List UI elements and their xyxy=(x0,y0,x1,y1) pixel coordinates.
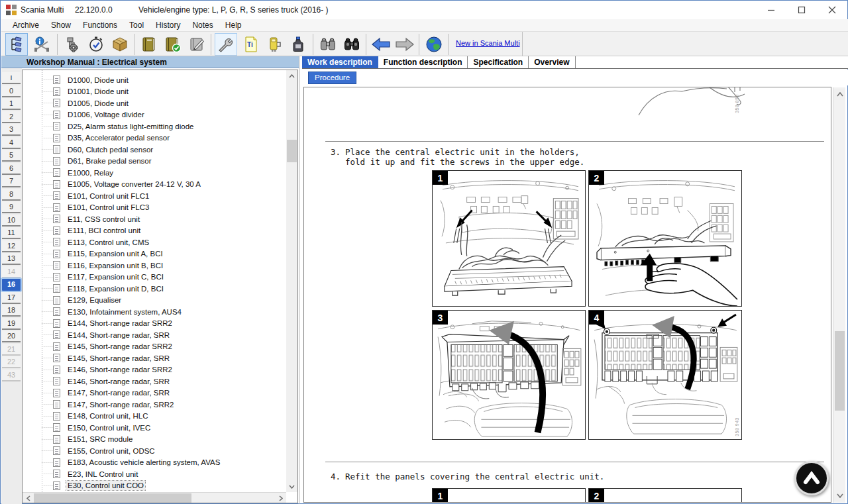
index-button[interactable]: 3 xyxy=(2,124,21,136)
index-button[interactable]: 13 xyxy=(2,253,21,265)
ti-document-icon[interactable]: Ti xyxy=(240,33,262,56)
index-button[interactable]: 18 xyxy=(2,305,21,317)
tree-item[interactable]: E146, Short-range radar, SRR xyxy=(23,376,274,387)
index-button[interactable]: 7 xyxy=(2,176,21,187)
notes-book-icon[interactable] xyxy=(186,33,208,56)
content-scroll-down-icon[interactable] xyxy=(834,490,845,501)
index-button[interactable]: 8 xyxy=(2,189,21,201)
tree-item[interactable]: E23, INL Control unit xyxy=(23,468,274,480)
chassis-info-icon[interactable] xyxy=(30,33,53,56)
tree-item[interactable]: E150, Control unit, IVEC xyxy=(23,422,274,434)
tab[interactable]: Function description xyxy=(378,56,468,68)
engine-parts-icon[interactable] xyxy=(61,33,83,56)
tree-item[interactable]: E11, CSS control unit xyxy=(23,213,274,225)
index-button[interactable]: 22 xyxy=(2,356,21,368)
menu-item[interactable]: Help xyxy=(219,19,248,31)
tree-scroll-left-icon[interactable] xyxy=(23,493,34,503)
tree-item[interactable]: E155, Control unit, ODSC xyxy=(23,445,274,457)
new-in-scania-multi-link[interactable]: New in Scania Multi xyxy=(456,39,520,47)
navigation-tree-icon[interactable] xyxy=(5,33,28,56)
package-icon[interactable] xyxy=(109,33,131,56)
tree-hscrollbar[interactable] xyxy=(23,492,286,503)
tree-item[interactable]: D25, Alarm status light-emitting diode xyxy=(23,121,274,132)
tree-item[interactable]: E30, Control unit COO xyxy=(23,480,274,492)
standard-times-icon[interactable] xyxy=(85,33,107,56)
tree-item[interactable]: E146, Short-range radar SRR2 xyxy=(23,364,274,376)
index-button[interactable]: 19 xyxy=(2,318,21,330)
tree-item[interactable]: E144, Short-range radar, SRR xyxy=(23,329,274,341)
index-button[interactable]: 1 xyxy=(2,98,21,110)
tab-procedure[interactable]: Procedure xyxy=(308,72,356,84)
index-button[interactable]: 2 xyxy=(2,111,21,123)
tree-item[interactable]: E129, Equaliser xyxy=(23,295,274,307)
manual-checked-icon[interactable] xyxy=(162,33,184,56)
menu-item[interactable]: Notes xyxy=(186,19,219,31)
back-arrow-icon[interactable] xyxy=(370,33,392,56)
search-binoculars-icon[interactable] xyxy=(317,33,339,56)
minimize-button[interactable] xyxy=(756,1,786,19)
tree-item[interactable]: E130, Infotainment system, AUS4 xyxy=(23,306,274,318)
forward-arrow-icon[interactable] xyxy=(394,33,416,56)
index-button[interactable]: 4 xyxy=(2,137,21,149)
tree-item[interactable]: E147, Short-range radar, SRR2 xyxy=(23,399,274,411)
globe-icon[interactable] xyxy=(423,33,445,56)
index-button[interactable]: 10 xyxy=(2,215,21,227)
tree-hscroll-thumb[interactable] xyxy=(34,493,191,503)
index-button[interactable]: 11 xyxy=(2,227,21,239)
tree-item[interactable]: D60, Clutch pedal sensor xyxy=(23,144,274,156)
tree-scroll-up-icon[interactable] xyxy=(286,70,297,81)
tree-item[interactable]: D1001, Diode unit xyxy=(23,86,274,98)
tree-item[interactable]: E101, Control unit FLC1 xyxy=(23,190,274,202)
menu-item[interactable]: Functions xyxy=(77,19,123,31)
tree-item[interactable]: E111, BCI control unit xyxy=(23,225,274,237)
index-button[interactable]: 14 xyxy=(2,266,21,278)
tree-item[interactable]: E151, SRC module xyxy=(23,434,274,446)
tree-item[interactable]: D35, Accelerator pedal sensor xyxy=(23,132,274,144)
content-scroll-up-icon[interactable] xyxy=(834,89,845,100)
index-button[interactable]: 43 xyxy=(2,370,21,381)
scroll-to-top-button[interactable] xyxy=(794,461,829,495)
content-vscrollbar[interactable] xyxy=(833,87,845,503)
tree-item[interactable]: E147, Short-range radar, SRR xyxy=(23,387,274,399)
search-results-binoculars-icon[interactable] xyxy=(341,33,363,56)
tree-item[interactable]: E145, Short-range radar, SRR xyxy=(23,352,274,364)
tree-item[interactable]: E1000, Relay xyxy=(23,167,274,179)
menu-item[interactable]: Show xyxy=(45,19,77,31)
menu-item[interactable]: Archive xyxy=(7,19,45,31)
close-button[interactable] xyxy=(817,1,847,19)
tree-item[interactable]: E117, Expansion unit C, BCI xyxy=(23,272,274,283)
tree-item[interactable]: E145, Short-range radar SRR2 xyxy=(23,341,274,353)
index-button[interactable]: 6 xyxy=(2,163,21,175)
index-button[interactable]: i xyxy=(2,72,21,84)
index-button[interactable]: 16 xyxy=(2,279,21,291)
tree-item[interactable]: E115, Expansion unit A, BCI xyxy=(23,248,274,260)
tab[interactable]: Overview xyxy=(529,56,575,68)
tree-item[interactable]: E113, Control unit, CMS xyxy=(23,236,274,248)
oil-bottle-icon[interactable] xyxy=(288,33,310,56)
tree-scroll-down-icon[interactable] xyxy=(286,481,297,492)
index-button[interactable]: 20 xyxy=(2,330,21,342)
index-button[interactable]: 9 xyxy=(2,201,21,213)
tree-vscroll-thumb[interactable] xyxy=(287,140,297,162)
index-button[interactable]: 21 xyxy=(2,344,21,356)
menu-item[interactable]: History xyxy=(150,19,186,31)
tree-item[interactable]: D1006, Voltage divider xyxy=(23,109,274,121)
content-vscroll-thumb[interactable] xyxy=(835,331,845,411)
index-button[interactable]: 5 xyxy=(2,150,21,162)
tab[interactable]: Specification xyxy=(468,56,529,68)
tree-item[interactable]: D1005, Diode unit xyxy=(23,97,274,109)
index-button[interactable]: 17 xyxy=(2,292,21,304)
component-icon[interactable] xyxy=(264,33,286,56)
tree-item[interactable]: E116, Expansion unit B, BCI xyxy=(23,260,274,272)
tree-item[interactable]: E101, Control unit FLC3 xyxy=(23,202,274,214)
workshop-wrench-icon[interactable] xyxy=(215,33,237,56)
manual-book-icon[interactable] xyxy=(138,33,160,56)
index-button[interactable]: 0 xyxy=(2,85,21,97)
tree-item[interactable]: E118, Expansion unit D, BCI xyxy=(23,283,274,295)
tree-scroll-right-icon[interactable] xyxy=(275,493,286,503)
menu-item[interactable]: Tool xyxy=(123,19,150,31)
tree-item[interactable]: E148, Control unit, HLC xyxy=(23,411,274,423)
tree-vscrollbar[interactable] xyxy=(286,70,297,492)
tree-item[interactable]: D1000, Diode unit xyxy=(23,74,274,86)
tree-item[interactable]: E183, Acoustic vehicle alerting system, … xyxy=(23,457,274,469)
